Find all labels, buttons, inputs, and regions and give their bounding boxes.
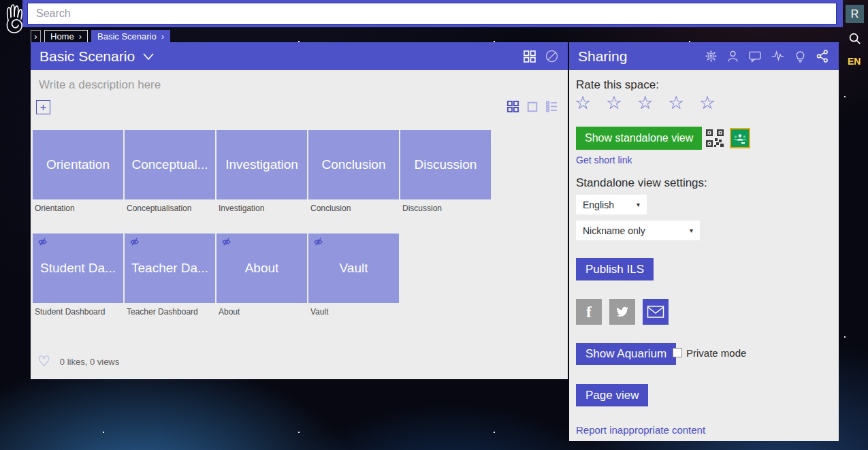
show-standalone-view-button[interactable]: Show standalone view [576,127,702,150]
tile-cell: Student Da... Student Dashboard [33,234,123,317]
select-caret-icon: ▾ [690,227,693,234]
breadcrumb-root-chevron[interactable]: › [31,30,41,43]
likes-views-text: 0 likes, 0 views [60,357,119,367]
graasp-hand-logo[interactable] [2,1,25,39]
search-input[interactable] [27,3,837,25]
tile-caption: Orientation [33,204,123,213]
twitter-bird-icon [615,304,630,319]
list-view-toggle-icon[interactable] [545,101,558,112]
hidden-eye-slash-icon [313,237,323,247]
side-search-icon[interactable] [848,31,863,46]
tile-cell: Conceptual... Conceptualisation [125,130,215,213]
heart-icon[interactable]: ♡ [37,355,50,368]
social-share-row: f [576,299,669,325]
activity-pulse-icon[interactable] [770,49,786,63]
description-placeholder[interactable]: Write a description here [39,78,161,92]
hidden-eye-slash-icon [129,237,140,247]
breadcrumb-home[interactable]: Home › [44,30,88,43]
twitter-share-button[interactable] [609,299,635,325]
tile-about[interactable]: About [216,234,307,303]
tile-cell: Vault Vault [308,234,399,317]
space-panel-body: Write a description here + Orientation O [31,70,568,379]
breadcrumb: › Home › Basic Scenario › [31,30,170,43]
rate-label: Rate this space: [576,78,659,92]
likes-row: ♡ 0 likes, 0 views [37,355,119,368]
tile-view-toggle-icon[interactable] [507,100,519,113]
space-title[interactable]: Basic Scenario [39,48,135,65]
tile-cell: About About [216,234,307,317]
report-inappropriate-link[interactable]: Report inappropriate content [576,424,705,436]
tile-caption: Investigation [216,204,307,213]
nickname-select[interactable]: Nickname only ▾ [576,221,700,240]
facebook-share-button[interactable]: f [576,299,602,325]
tile-conclusion[interactable]: Conclusion [308,130,399,199]
tile-caption: Conceptualisation [125,204,215,213]
chevron-icon: › [79,31,82,42]
members-person-icon[interactable] [726,49,740,63]
lightbulb-icon[interactable] [793,49,807,64]
tile-investigation[interactable]: Investigation [216,130,307,199]
title-dropdown-chevron-icon[interactable] [142,52,155,61]
tile-caption: Student Dashboard [33,307,123,317]
space-panel: Basic Scenario Write a description here … [31,42,568,379]
tile-discussion[interactable]: Discussion [400,130,491,199]
hidden-circle-slash-icon[interactable] [545,49,559,63]
private-mode-checkbox[interactable] [673,348,682,357]
facebook-icon: f [586,303,592,321]
sharing-title: Sharing [578,48,627,65]
page-view-button[interactable]: Page view [576,384,648,406]
view-toggles [507,100,558,113]
tile-caption: Discussion [400,204,491,213]
standalone-settings-label: Standalone view settings: [576,176,707,190]
add-item-button[interactable]: + [36,100,50,114]
hidden-eye-slash-icon [37,237,48,247]
sharing-panel: Sharing [569,42,839,441]
tile-cell: Investigation Investigation [216,130,307,213]
tile-cell: Conclusion Conclusion [308,130,399,213]
publish-ils-button[interactable]: Publish ILS [576,258,654,280]
select-caret-icon: ▾ [637,201,640,208]
tile-caption: Vault [308,307,399,317]
avatar-initial: R [851,8,859,20]
rating-stars[interactable]: ☆ ☆ ☆ ☆ ☆ [575,92,720,114]
grid-view-icon[interactable] [523,50,536,63]
tile-student-dashboard[interactable]: Student Da... [33,234,123,303]
tile-caption: Teacher Dashboard [125,307,215,317]
language-select[interactable]: English ▾ [576,195,647,214]
space-panel-header: Basic Scenario [31,42,568,70]
google-classroom-icon[interactable] [730,128,750,148]
language-badge[interactable]: EN [848,56,861,67]
tile-vault[interactable]: Vault [308,234,399,303]
show-aquarium-button[interactable]: Show Aquarium [576,343,676,365]
tile-caption: Conclusion [308,204,399,213]
tile-cell: Discussion Discussion [400,130,491,213]
tile-cell: Teacher Da... Teacher Dashboard [125,234,215,317]
chevron-icon: › [161,31,164,42]
private-mode-label: Private mode [686,347,746,359]
sharing-panel-body: Rate this space: ☆ ☆ ☆ ☆ ☆ Show standalo… [569,70,839,441]
qr-code-icon[interactable] [705,129,724,148]
tile-teacher-dashboard[interactable]: Teacher Da... [125,234,215,303]
tile-conceptualisation[interactable]: Conceptual... [125,130,215,199]
single-view-toggle-icon[interactable] [526,101,539,113]
breadcrumb-current[interactable]: Basic Scenario › [91,30,170,43]
top-bar [22,0,843,27]
get-short-link[interactable]: Get short link [576,155,632,165]
hidden-eye-slash-icon [221,237,231,247]
user-avatar[interactable]: R [846,5,864,23]
tile-cell: Orientation Orientation [33,130,123,213]
envelope-icon [647,305,664,319]
tile-caption: About [216,307,307,317]
chat-bubble-icon[interactable] [748,49,762,63]
email-share-button[interactable] [643,299,669,325]
settings-gear-icon[interactable] [704,49,718,63]
sharing-panel-header: Sharing [569,42,839,70]
tile-grid: Orientation Orientation Conceptual... Co… [33,130,491,317]
share-icon[interactable] [815,49,830,63]
tile-orientation[interactable]: Orientation [33,130,123,199]
